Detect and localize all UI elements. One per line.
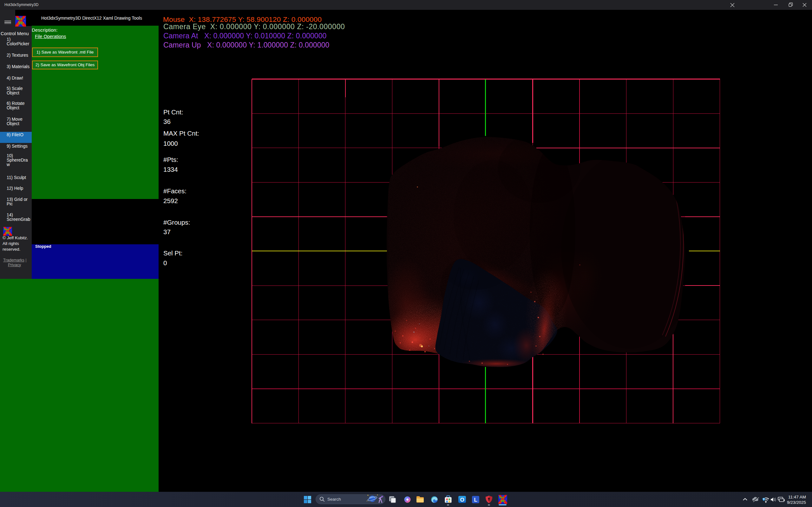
svg-text:L: L (474, 497, 477, 503)
svg-text:O: O (460, 497, 464, 503)
